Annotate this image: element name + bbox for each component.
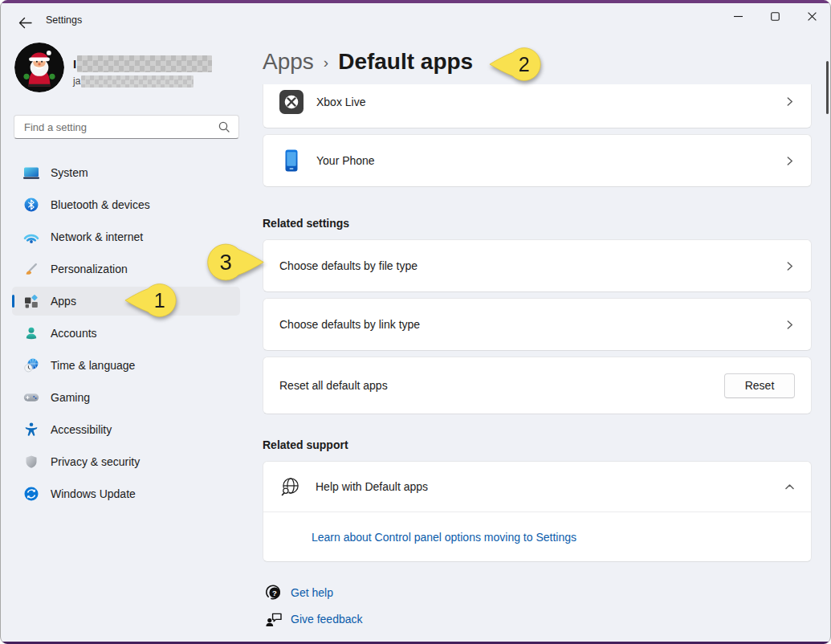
sidebar-item-label: Personalization	[51, 263, 128, 275]
gaming-icon	[23, 389, 39, 406]
row-label: Reset all default apps	[279, 379, 388, 392]
row-label: Choose defaults by file type	[279, 259, 418, 272]
app-row-label: Xbox Live	[316, 96, 365, 108]
sidebar-item-label: Bluetooth & devices	[51, 198, 150, 211]
window-top-border	[1, 0, 830, 3]
user-info[interactable]: I ja	[73, 55, 212, 88]
window-controls	[719, 0, 830, 32]
user-avatar[interactable]	[14, 43, 64, 92]
close-icon	[808, 12, 817, 21]
sidebar-nav: System Bluetooth & devices Network & int…	[12, 158, 240, 512]
get-help-icon: ?	[264, 584, 283, 601]
sidebar-item-label: Time & language	[51, 359, 135, 372]
search-input[interactable]	[14, 121, 218, 133]
callout-3-number: 3	[220, 250, 232, 275]
user-name-prefix: I	[73, 57, 76, 71]
sidebar-item-gaming[interactable]: Gaming	[12, 383, 240, 412]
network-icon	[23, 229, 39, 245]
choose-defaults-by-file-type-row[interactable]: Choose defaults by file type	[263, 239, 812, 292]
chevron-up-icon	[784, 482, 795, 492]
give-feedback-link[interactable]: Give feedback	[291, 613, 363, 626]
breadcrumb: Apps › Default apps	[263, 47, 473, 77]
window-title: Settings	[46, 14, 82, 26]
windows-update-icon	[23, 486, 39, 502]
row-label: Choose defaults by link type	[279, 318, 420, 331]
get-help-link[interactable]: Get help	[291, 586, 333, 599]
related-support-header: Related support	[263, 438, 812, 454]
sidebar-item-accessibility[interactable]: Accessibility	[12, 415, 240, 444]
maximize-button[interactable]	[756, 0, 793, 32]
santa-avatar-image	[14, 43, 64, 92]
personalization-icon	[23, 261, 39, 277]
sidebar-item-privacy-security[interactable]: Privacy & security	[12, 447, 240, 476]
sidebar-item-label: System	[51, 166, 88, 179]
sidebar-item-label: Network & internet	[51, 230, 143, 243]
callout-2-number: 2	[519, 53, 530, 75]
your-phone-icon	[279, 149, 303, 173]
give-feedback-icon	[264, 610, 283, 628]
callout-1-number: 1	[154, 289, 165, 312]
chevron-right-icon	[784, 96, 795, 107]
sidebar-item-time-language[interactable]: Time & language	[12, 351, 240, 380]
search-icon	[218, 121, 238, 132]
reset-button[interactable]: Reset	[724, 373, 795, 398]
app-row-your-phone[interactable]: Your Phone	[263, 134, 812, 187]
chevron-right-icon	[784, 261, 795, 271]
globe-search-icon	[279, 476, 301, 498]
related-settings-header: Related settings	[263, 217, 812, 233]
sidebar-item-bluetooth-devices[interactable]: Bluetooth & devices	[12, 190, 240, 219]
help-card: Help with Default apps Learn about Contr…	[263, 461, 812, 562]
back-arrow-icon	[18, 17, 32, 29]
minimize-button[interactable]	[719, 0, 756, 32]
back-button[interactable]	[14, 12, 35, 33]
scrollbar-thumb[interactable]	[826, 61, 829, 114]
sidebar-item-label: Gaming	[51, 391, 90, 404]
breadcrumb-separator-icon: ›	[324, 54, 328, 71]
find-a-setting-search[interactable]	[14, 115, 239, 139]
sidebar-item-label: Accessibility	[51, 423, 112, 436]
page-title: Default apps	[338, 49, 473, 75]
sidebar-item-windows-update[interactable]: Windows Update	[12, 479, 240, 508]
sidebar-item-system[interactable]: System	[12, 158, 240, 187]
user-email-blurred	[81, 75, 193, 88]
breadcrumb-apps[interactable]: Apps	[263, 49, 314, 75]
user-email-prefix: ja	[73, 75, 80, 87]
accounts-icon	[23, 325, 39, 341]
chevron-right-icon	[784, 320, 795, 330]
reset-all-default-apps-row: Reset all default apps Reset	[263, 357, 812, 414]
help-row-label: Help with Default apps	[316, 480, 428, 493]
sidebar-item-accounts[interactable]: Accounts	[12, 319, 240, 348]
user-name-blurred	[77, 55, 212, 72]
get-help-row: ? Get help	[263, 581, 812, 605]
privacy-security-icon	[23, 454, 39, 470]
minimize-icon	[734, 12, 743, 21]
learn-about-control-panel-link[interactable]: Learn about Control panel options moving…	[312, 531, 576, 544]
close-button[interactable]	[793, 0, 830, 32]
chevron-right-icon	[784, 156, 795, 166]
help-with-default-apps-row[interactable]: Help with Default apps	[263, 462, 811, 512]
app-row-label: Your Phone	[316, 154, 375, 167]
sidebar-item-label: Privacy & security	[51, 455, 140, 468]
content-scroll-area: Xbox Live Your Phone Related settings Ch…	[263, 84, 812, 639]
svg-text:?: ?	[272, 589, 277, 597]
callout-3: 3	[203, 243, 267, 281]
callout-1: 1	[124, 283, 178, 318]
app-row-xbox-live[interactable]: Xbox Live	[263, 84, 812, 128]
maximize-icon	[771, 12, 780, 21]
callout-2: 2	[488, 47, 543, 82]
titlebar: Settings	[1, 3, 830, 35]
time-language-icon	[23, 357, 39, 373]
system-icon	[23, 165, 39, 181]
sidebar-item-label: Accounts	[51, 327, 97, 340]
bluetooth-icon	[23, 197, 39, 213]
xbox-live-icon	[279, 90, 303, 114]
settings-window: Settings	[0, 0, 831, 644]
sidebar-item-label: Windows Update	[51, 487, 136, 500]
accessibility-icon	[23, 422, 39, 438]
choose-defaults-by-link-type-row[interactable]: Choose defaults by link type	[263, 298, 812, 351]
sidebar-item-label: Apps	[51, 295, 76, 308]
give-feedback-row: Give feedback	[263, 607, 812, 631]
apps-icon	[23, 293, 39, 309]
